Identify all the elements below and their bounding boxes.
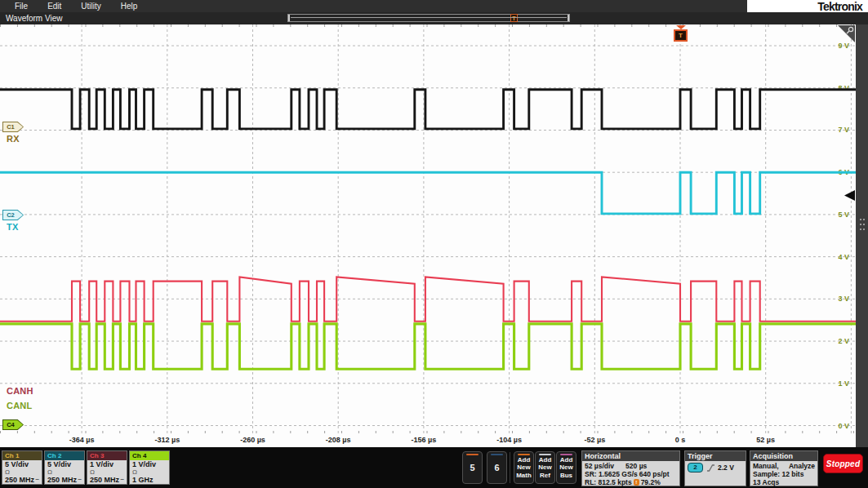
waveform-plot-area[interactable]: 9 V8 V7 V6 V5 V4 V3 V2 V1 V0 V-364 µs-31… [0, 24, 856, 447]
ch2-name: Ch 2 [45, 451, 84, 460]
trigger-position-marker[interactable]: T [674, 25, 688, 42]
record-length: RL: 812.5 kpts [585, 478, 632, 486]
right-edge-strip [856, 24, 868, 447]
sample-resolution: 640 ps/pt [639, 470, 670, 478]
ch5-label: 5 [470, 463, 474, 472]
volt-label: 5 V [838, 211, 849, 219]
menu-file[interactable]: File [5, 0, 38, 12]
horizontal-title: Horizontal [582, 451, 679, 461]
channel-badge-ch4[interactable]: Ch 4 1 V/div Ω 1 GHz~ [129, 450, 170, 485]
trigger-level-arrow[interactable] [844, 190, 855, 201]
add-new-bus-button[interactable]: Add New Bus [556, 451, 576, 484]
acquisition-panel[interactable]: Acquisition Manual, Analyze Sample: 12 b… [750, 450, 818, 486]
add-ref-label: Add New Ref [536, 456, 554, 479]
menu-edit[interactable]: Edit [38, 0, 71, 12]
ch3-scale: 1 V/div [90, 460, 124, 468]
trigger-level-value: 2.2 V [718, 464, 734, 472]
channel-badge-ch3[interactable]: Ch 3 1 V/div Ω 250 MHz~ [87, 450, 127, 485]
trigger-panel[interactable]: Trigger 2 2.2 V [684, 450, 746, 486]
acquisition-count: 13 Acqs [753, 478, 815, 486]
volt-label: 2 V [838, 337, 849, 345]
wave-label-rx: RX [7, 134, 20, 144]
settings-bar: Ch 1 5 V/div Ω 250 MHz~ Ch 2 5 V/div Ω 2… [0, 447, 868, 488]
waveform-canvas[interactable]: 9 V8 V7 V6 V5 V4 V3 V2 V1 V0 V-364 µs-31… [0, 24, 856, 447]
trigger-title: Trigger [685, 451, 746, 461]
zoom-corner-button[interactable] [838, 25, 855, 42]
time-label: -52 µs [584, 436, 605, 444]
ref-accent [539, 454, 551, 455]
time-label: -312 µs [154, 436, 180, 444]
ch6-accent [491, 454, 503, 455]
time-label: 0 s [675, 436, 686, 444]
tektronix-logo: Tektronix [817, 0, 862, 13]
trace-rx [0, 90, 856, 129]
acquisition-mode: Manual, [753, 462, 779, 470]
add-new-ref-button[interactable]: Add New Ref [535, 451, 555, 484]
termination-icon: Ω [5, 468, 39, 476]
waveform-view-tabbar: Waveform View T [0, 12, 868, 24]
termination-icon: Ω [90, 468, 124, 476]
horizontal-panel[interactable]: Horizontal 52 µs/div 520 µs SR: 1.5625 G… [581, 450, 680, 486]
volt-label: 7 V [838, 126, 849, 134]
volt-label: 1 V [838, 379, 849, 388]
acquisition-overview-bar[interactable]: T [287, 14, 570, 22]
termination-icon: Ω [47, 468, 82, 476]
acquisition-sample: Sample: 12 bits [753, 470, 815, 478]
channel-badge-ch1[interactable]: Ch 1 5 V/div Ω 250 MHz~ [2, 450, 42, 485]
plot-channel-tag-c2[interactable]: C2 [2, 210, 24, 220]
ch6-label: 6 [494, 463, 499, 472]
channel-badge-ch2[interactable]: Ch 2 5 V/div Ω 250 MHz~ [44, 450, 85, 485]
volt-label: 3 V [838, 295, 849, 303]
wave-label-canh: CANH [7, 386, 33, 396]
ch1-bandwidth: 250 MHz [5, 476, 34, 484]
time-label: -104 µs [496, 436, 522, 444]
ch1-name: Ch 1 [2, 451, 42, 460]
ch2-bandwidth: 250 MHz [47, 476, 77, 484]
termination-icon: Ω [132, 468, 167, 476]
time-label: -208 µs [326, 436, 351, 444]
overview-trigger-marker[interactable]: T [510, 14, 518, 22]
plot-channel-tag-c1[interactable]: C1 [2, 122, 24, 132]
time-label: -364 µs [69, 436, 95, 444]
volt-label: 9 V [838, 42, 849, 50]
oscilloscope-screen: File Edit Utility Help Tektronix Wavefor… [0, 0, 868, 488]
ch1-scale: 5 V/div [5, 460, 39, 468]
trigger-t-icon: T [674, 29, 688, 42]
acquisition-analyze: Analyze [789, 462, 815, 470]
drag-handle-icon[interactable] [859, 218, 865, 231]
menu-help[interactable]: Help [111, 0, 148, 12]
add-bus-label: Add New Bus [557, 456, 576, 479]
channel-6-button[interactable]: 6 [487, 451, 507, 484]
overview-right-cap [565, 15, 569, 21]
bandwidth-limit-icon: ~ [35, 476, 39, 484]
ch2-scale: 5 V/div [47, 460, 82, 468]
wave-label-canl: CANL [7, 401, 32, 410]
trace-canl [0, 324, 856, 369]
horizontal-window: 520 µs [625, 462, 647, 470]
trigger-source-badge: 2 [688, 463, 703, 472]
volt-label: 4 V [838, 253, 849, 261]
add-new-math-button[interactable]: Add New Math [514, 451, 534, 484]
ch4-bandwidth: 1 GHz [132, 476, 154, 484]
overview-left-cap [288, 15, 292, 21]
bandwidth-limit-icon: ~ [78, 476, 82, 484]
rising-edge-icon [706, 464, 715, 472]
add-math-label: Add New Math [514, 456, 533, 479]
sample-rate: SR: 1.5625 GS/s [585, 470, 638, 478]
channel-5-button[interactable]: 5 [462, 451, 483, 484]
bandwidth-limit-icon: ~ [120, 476, 124, 484]
waveform-view-title[interactable]: Waveform View [6, 13, 62, 24]
compression-warning-icon: ! [634, 479, 639, 486]
run-stop-indicator[interactable]: Stopped [823, 454, 863, 473]
logo-block: Tektronix [747, 0, 868, 12]
plot-channel-tag-c4[interactable]: C4 [2, 419, 24, 430]
time-label: -260 µs [240, 436, 265, 444]
time-label: 52 µs [756, 436, 775, 444]
ch5-accent [466, 454, 479, 455]
math-accent [518, 454, 530, 455]
menu-utility[interactable]: Utility [71, 0, 110, 12]
volt-label: 0 V [838, 422, 849, 430]
ch3-bandwidth: 250 MHz [90, 476, 119, 484]
trace-tx [0, 172, 856, 214]
divider [510, 452, 510, 483]
